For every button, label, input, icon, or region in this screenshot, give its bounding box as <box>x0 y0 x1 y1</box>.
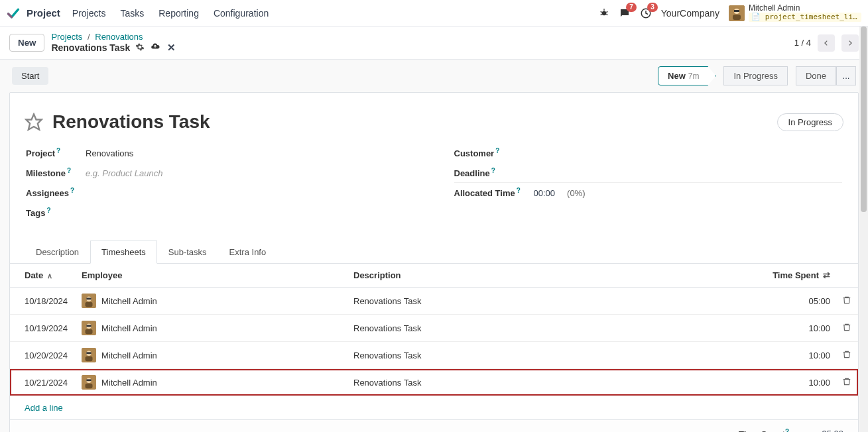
cell-time[interactable]: 10:00 <box>756 369 836 396</box>
th-time[interactable]: Time Spent⇄ <box>756 264 836 288</box>
cell-time[interactable]: 10:00 <box>756 342 836 369</box>
cell-date[interactable]: 10/18/2024 <box>10 288 76 315</box>
company-selector[interactable]: YourCompany <box>661 8 719 19</box>
avatar <box>82 294 96 308</box>
bug-icon[interactable] <box>599 8 609 19</box>
table-row[interactable]: 10/18/2024Mitchell AdminRenovations Task… <box>10 288 858 315</box>
task-form: Renovations Task In Progress Project? Re… <box>9 92 859 432</box>
sort-asc-icon: ∧ <box>47 272 52 280</box>
app-title[interactable]: Project <box>27 7 60 19</box>
delete-row-icon[interactable] <box>842 324 851 334</box>
favorite-star-icon[interactable] <box>25 113 43 131</box>
cell-date[interactable]: 10/19/2024 <box>10 315 76 342</box>
svg-rect-15 <box>86 297 91 299</box>
stage-more[interactable]: ... <box>836 66 856 85</box>
delete-row-icon[interactable] <box>842 297 851 307</box>
cell-date[interactable]: 10/21/2024 <box>10 369 76 396</box>
nav-reporting[interactable]: Reporting <box>158 8 199 19</box>
avatar <box>82 375 96 390</box>
delete-row-icon[interactable] <box>842 351 851 361</box>
field-allocated-time[interactable]: 00:00 <box>534 188 556 198</box>
table-row[interactable]: 10/19/2024Mitchell AdminRenovations Task… <box>10 315 858 342</box>
cell-date[interactable]: 10/20/2024 <box>10 342 76 369</box>
nav-tasks[interactable]: Tasks <box>120 8 144 19</box>
tab-timesheets[interactable]: Timesheets <box>90 241 157 264</box>
label-allocated: Allocated Time? <box>454 187 534 198</box>
control-panel: New Projects / Renovations Renovations T… <box>0 27 868 60</box>
field-allocated-pct: (0%) <box>567 188 585 198</box>
messages-icon[interactable]: 7 <box>619 7 631 19</box>
start-button[interactable]: Start <box>12 67 48 85</box>
svg-rect-10 <box>734 10 739 12</box>
field-project[interactable]: Renovations <box>86 148 133 158</box>
navbar: Project Projects Tasks Reporting Configu… <box>0 0 868 27</box>
messages-badge: 7 <box>626 3 637 12</box>
task-title[interactable]: Renovations Task <box>52 111 210 133</box>
tab-description[interactable]: Description <box>25 241 90 264</box>
label-milestone: Milestone? <box>26 167 86 178</box>
nav-projects[interactable]: Projects <box>72 8 106 19</box>
app-logo[interactable] <box>7 7 20 20</box>
stage-in-progress[interactable]: In Progress <box>723 66 787 85</box>
cell-employee[interactable]: Mitchell Admin <box>76 288 348 315</box>
svg-marker-11 <box>26 114 41 129</box>
new-button[interactable]: New <box>9 34 44 52</box>
cell-time[interactable]: 10:00 <box>756 315 836 342</box>
user-menu[interactable]: Mitchell Admin 📄 project_timesheet_limit… <box>729 4 861 22</box>
delete-row-icon[interactable] <box>842 378 851 388</box>
svg-rect-19 <box>86 325 91 327</box>
breadcrumb-renovations[interactable]: Renovations <box>95 32 143 42</box>
status-pill[interactable]: In Progress <box>777 113 843 131</box>
footer-time-label: Time Spent? : <box>739 428 794 432</box>
table-row[interactable]: 10/21/2024Mitchell AdminRenovations Task… <box>10 369 858 396</box>
svg-line-2 <box>600 11 601 12</box>
breadcrumb-sep: / <box>88 32 90 42</box>
svg-rect-14 <box>86 302 93 307</box>
pager-next[interactable] <box>841 34 859 52</box>
svg-rect-22 <box>86 356 93 361</box>
svg-rect-26 <box>86 384 93 388</box>
timesheet-footer: Time Spent? : 35:00 <box>10 419 858 432</box>
activities-icon[interactable]: 3 <box>640 7 652 19</box>
cell-time[interactable]: 05:00 <box>756 288 836 315</box>
svg-point-0 <box>601 11 606 15</box>
statusbar: Start New7m In Progress Done ... <box>0 60 868 92</box>
cell-description[interactable]: Renovations Task <box>348 369 756 396</box>
label-project: Project? <box>26 147 86 158</box>
cell-employee[interactable]: Mitchell Admin <box>76 342 348 369</box>
add-line-link[interactable]: Add a line <box>10 396 858 419</box>
tab-extra-info[interactable]: Extra Info <box>218 241 278 264</box>
svg-line-4 <box>600 14 601 15</box>
cell-employee[interactable]: Mitchell Admin <box>76 369 348 396</box>
field-milestone[interactable]: e.g. Product Launch <box>86 168 162 178</box>
cell-description[interactable]: Renovations Task <box>348 315 756 342</box>
adjust-columns-icon[interactable]: ⇄ <box>823 270 830 280</box>
stage-done[interactable]: Done <box>796 66 836 85</box>
tab-subtasks[interactable]: Sub-tasks <box>157 241 218 264</box>
svg-rect-27 <box>86 379 91 381</box>
cell-employee[interactable]: Mitchell Admin <box>76 315 348 342</box>
footer-time-total: 35:00 <box>813 429 843 432</box>
cloud-upload-icon[interactable] <box>150 42 160 54</box>
cell-description[interactable]: Renovations Task <box>348 342 756 369</box>
svg-rect-23 <box>86 352 91 354</box>
th-employee[interactable]: Employee <box>76 264 348 288</box>
database-name: 📄 project_timesheet_limit_... <box>749 13 861 22</box>
breadcrumb-projects[interactable]: Projects <box>51 32 82 42</box>
th-date[interactable]: Date∧ <box>10 264 76 288</box>
pager: 1 / 4 <box>794 34 859 52</box>
cell-description[interactable]: Renovations Task <box>348 288 756 315</box>
nav-configuration[interactable]: Configuration <box>214 8 269 19</box>
activities-badge: 3 <box>647 3 658 12</box>
pager-prev[interactable] <box>818 34 835 52</box>
breadcrumb-current: Renovations Task <box>51 42 130 53</box>
svg-rect-18 <box>86 329 93 334</box>
pager-counter[interactable]: 1 / 4 <box>794 38 811 48</box>
th-description[interactable]: Description <box>348 264 756 288</box>
scrollbar[interactable] <box>859 27 868 432</box>
label-deadline: Deadline? <box>454 167 534 178</box>
discard-icon[interactable]: ✕ <box>167 42 176 54</box>
gear-icon[interactable] <box>135 42 145 54</box>
table-row[interactable]: 10/20/2024Mitchell AdminRenovations Task… <box>10 342 858 369</box>
stage-new[interactable]: New7m <box>658 66 715 85</box>
